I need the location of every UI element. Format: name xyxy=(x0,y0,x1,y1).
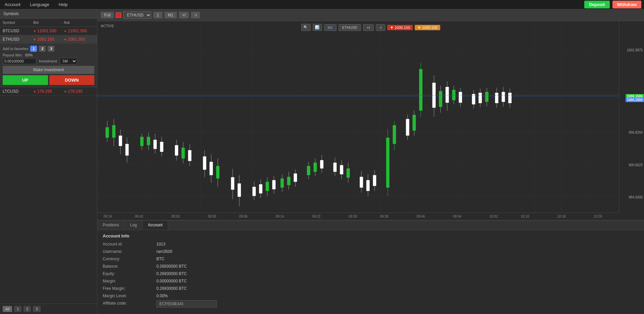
chart-container: ACTIVE 🔍 📊 M1 ETHUSD +I -I ▼ 1000.150 ▼ … xyxy=(97,21,644,220)
withdraw-button[interactable]: Withdraw xyxy=(612,1,641,8)
price-axis: 1002.9875 1000.1506 1000.1500 996.8250 9… xyxy=(619,21,644,213)
color-indicator[interactable] xyxy=(116,12,121,18)
svg-rect-16 xyxy=(140,137,144,146)
tab-log[interactable]: Log xyxy=(125,221,143,230)
price-tag-2: ▼ 1000.150 xyxy=(415,25,440,30)
account-info-title: Account Info xyxy=(103,233,639,238)
symbol-name-ltcusd: LTCUSD xyxy=(3,89,33,94)
chart-inner-toolbar: 🔍 📊 M1 ETHUSD +I -I ▼ 1000.150 ▼ 1000.15… xyxy=(301,24,440,31)
label-equity: Equity: xyxy=(103,271,156,277)
price-tag-1: ▼ 1000.150 xyxy=(387,25,413,30)
triangle-ltcusd-ask: ▼ xyxy=(64,90,67,93)
price-level-1: 1002.9875 xyxy=(627,48,643,52)
up-button[interactable]: UP xyxy=(3,75,48,85)
zoom-out-button[interactable]: -I xyxy=(191,12,200,18)
candlestick-chart xyxy=(97,21,619,213)
label-username: Username: xyxy=(103,249,156,255)
svg-rect-20 xyxy=(153,140,157,149)
menu-account[interactable]: Account xyxy=(3,1,22,8)
label-margin-level: Margin Level: xyxy=(103,293,156,299)
price-level-4: 900.6625 xyxy=(629,163,643,167)
menu-language[interactable]: Language xyxy=(28,1,51,8)
symbols-tab[interactable]: Symbols xyxy=(0,9,97,18)
svg-rect-34 xyxy=(216,166,219,178)
col-ask: Ask xyxy=(64,20,94,25)
favorites-row: Add to favorites 1 2 3 xyxy=(3,46,94,52)
investment-input[interactable] xyxy=(3,58,36,64)
page-2[interactable]: 2 xyxy=(23,306,31,312)
symbol-row-ltcusd[interactable]: LTCUSD ▼ 179.295 ▼ 179.295 xyxy=(0,87,97,96)
symbols-header: Symbol Bid Ask xyxy=(0,18,97,27)
svg-rect-52 xyxy=(294,174,297,182)
svg-rect-84 xyxy=(439,91,442,107)
tab-positions[interactable]: Positions xyxy=(97,221,125,230)
affiliate-code-input[interactable] xyxy=(156,300,217,308)
time-0850: 08:50 xyxy=(171,215,180,218)
sidebar: Symbols Symbol Bid Ask BTCUSD ▼ 11001.50… xyxy=(0,9,97,314)
col-symbol: Symbol xyxy=(3,20,33,25)
svg-rect-60 xyxy=(333,163,337,172)
menu-help[interactable]: Help xyxy=(57,1,70,8)
ask-ethusd: ▼ 1001.163 xyxy=(64,37,94,42)
col-bid: Bid xyxy=(33,20,64,25)
ethusd-inner-button[interactable]: ETHUSD xyxy=(339,24,361,31)
symbol-name-ethusd: ETHUSD xyxy=(3,37,33,42)
deposit-button[interactable]: Deposit xyxy=(584,1,610,8)
time-select[interactable]: 5M 1M 15M 30M 1H xyxy=(60,58,77,64)
time-0914: 09:14 xyxy=(276,215,284,218)
ask-btcusd: ▼ 11001.500 xyxy=(64,29,94,33)
magnify-button[interactable]: 🔍 xyxy=(301,24,310,31)
period-1-button[interactable]: 1 xyxy=(153,12,162,18)
tab-account[interactable]: Account xyxy=(143,221,168,230)
time-1010: 10:10 xyxy=(521,215,529,218)
full-button[interactable]: Full xyxy=(101,12,114,18)
symbols-tab-label: Symbols xyxy=(3,11,19,16)
symbol-row-btcusd[interactable]: BTCUSD ▼ 11001.500 ▼ 11001.500 xyxy=(0,27,97,35)
value-username: ram3500 xyxy=(156,249,639,255)
label-affiliate: Affiliate code: xyxy=(103,300,156,308)
add-to-favorites-label: Add to favorites xyxy=(3,47,28,51)
period-m1-button[interactable]: M1 xyxy=(164,12,177,18)
investment-row: Investment 5M 1M 15M 30M 1H xyxy=(3,58,94,64)
page-all[interactable]: All xyxy=(3,306,12,312)
svg-rect-22 xyxy=(160,142,163,152)
bid-btcusd: ▼ 11001.500 xyxy=(33,29,64,33)
down-button[interactable]: DOWN xyxy=(49,75,95,85)
ask-ltcusd: ▼ 179.295 xyxy=(64,89,94,94)
svg-rect-44 xyxy=(266,182,269,191)
plus-i-inner[interactable]: +I xyxy=(363,24,374,31)
svg-rect-62 xyxy=(340,165,343,174)
up-down-row: UP DOWN xyxy=(3,75,94,85)
minus-i-inner[interactable]: -I xyxy=(376,24,385,31)
active-label: ACTIVE xyxy=(101,24,114,28)
fav-btn-2[interactable]: 2 xyxy=(39,46,46,52)
payout-value: 65% xyxy=(25,53,33,57)
label-currency: Currency: xyxy=(103,256,156,262)
top-right-buttons: Deposit Withdraw xyxy=(584,1,641,8)
make-investment-button[interactable]: Make Investment xyxy=(3,66,94,74)
fav-btn-1[interactable]: 1 xyxy=(30,46,37,52)
info-table: Account id: 1013 Username: ram3500 Curre… xyxy=(103,241,639,308)
triangle-ltcusd-bid: ▼ xyxy=(33,90,36,93)
chart-toolbar: Full ETHUSD BTCUSD LTCUSD 1 M1 +I -I xyxy=(97,9,644,21)
time-0930: 09:30 xyxy=(349,215,357,218)
page-3[interactable]: 3 xyxy=(33,306,40,312)
symbol-select[interactable]: ETHUSD BTCUSD LTCUSD xyxy=(123,11,151,19)
bar-chart-button[interactable]: 📊 xyxy=(312,24,322,31)
m1-button[interactable]: M1 xyxy=(324,24,336,31)
svg-rect-64 xyxy=(347,169,350,178)
svg-rect-46 xyxy=(272,180,276,189)
svg-rect-74 xyxy=(393,125,396,144)
symbol-row-ethusd[interactable]: ETHUSD ▼ 1001.163 ▼ 1001.163 xyxy=(0,35,97,44)
time-axis: 08:34 08:42 08:50 08:58 09:06 09:14 09:2… xyxy=(97,213,619,220)
page-1[interactable]: 1 xyxy=(14,306,21,312)
investment-label: Investment xyxy=(39,59,57,63)
svg-rect-36 xyxy=(231,177,234,190)
zoom-in-button[interactable]: +I xyxy=(179,12,189,18)
time-0834: 08:34 xyxy=(104,215,112,218)
time-0954: 09:54 xyxy=(453,215,461,218)
time-0842: 08:42 xyxy=(135,215,143,218)
bottom-panel: Positions Log Account Account Info Accou… xyxy=(97,220,644,314)
value-free-margin: 0.26930000 BTC xyxy=(156,285,639,291)
fav-btn-3[interactable]: 3 xyxy=(48,46,54,52)
